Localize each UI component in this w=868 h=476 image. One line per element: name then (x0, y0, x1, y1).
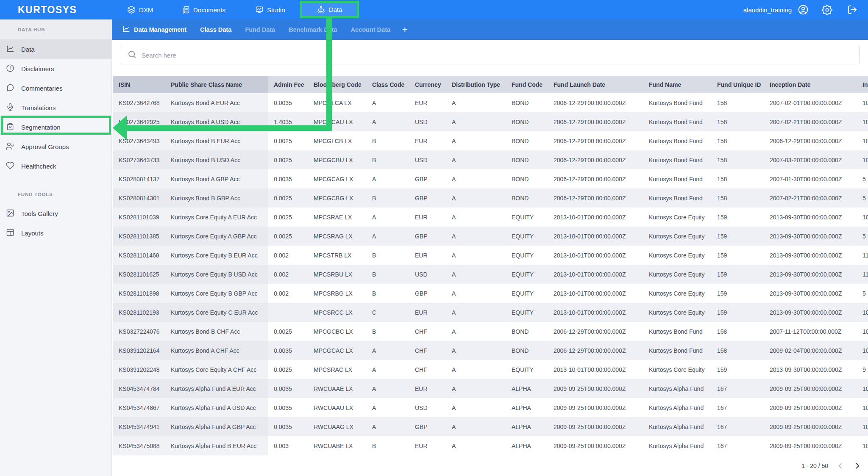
sidebar-item-label: Commentaries (21, 85, 63, 92)
table-row[interactable]: KS0281101898Kurtosys Core Equity B GBP A… (113, 284, 868, 303)
sidebar-item-healthcheck[interactable]: Healthcheck (0, 156, 111, 176)
column-header[interactable]: Public Share Class Name (165, 76, 268, 93)
table-cell: 2013-09-30T00:00:00.000Z (764, 303, 857, 322)
table-cell: KS0280814137 (113, 169, 165, 188)
table-cell: USD (409, 398, 446, 417)
table-cell: MPCSRBG LX (308, 284, 366, 303)
gear-icon[interactable] (821, 3, 833, 16)
search-input[interactable] (142, 52, 859, 59)
table-cell: 2006-12-29T00:00:00.000Z (548, 150, 643, 169)
table-cell: KS0281101625 (113, 265, 165, 284)
table-row[interactable]: KS0327224076Kurtosys Bond B CHF Acc0.002… (113, 322, 868, 341)
user-check-icon (6, 142, 14, 152)
tab-account-data[interactable]: Account Data (351, 19, 390, 40)
column-header[interactable]: Fund Code (506, 76, 548, 93)
table-row[interactable]: KS0281101039Kurtosys Core Equity A EUR A… (113, 208, 868, 227)
nav-item-documents[interactable]: Documents (181, 0, 225, 19)
main-content: ISINPublic Share Class NameAdmin FeeBloo… (112, 40, 868, 476)
add-tab-button[interactable]: + (402, 25, 407, 35)
chevron-left-icon[interactable] (836, 461, 845, 470)
table-cell: 167 (711, 379, 764, 398)
table-row[interactable]: KS0281102193Kurtosys Core Equity C EUR A… (113, 303, 868, 322)
column-header[interactable]: Fund Launch Date (548, 76, 643, 93)
tab-label: Data Management (134, 26, 186, 33)
column-header[interactable]: Fund Name (643, 76, 711, 93)
pagination-bar: 1 - 20 / 50 (112, 455, 868, 476)
column-header[interactable]: In (857, 76, 868, 93)
sidebar-item-commentaries[interactable]: Commentaries (0, 78, 111, 98)
chevron-right-icon[interactable] (853, 461, 862, 470)
column-header[interactable]: ISIN (113, 76, 165, 93)
sidebar-item-disclaimers[interactable]: Disclaimers (0, 59, 111, 78)
table-cell: 2009-09-25T00:00:00.000Z (548, 436, 643, 455)
sidebar-item-layouts[interactable]: Layouts (0, 223, 111, 243)
table-cell: CHF (409, 341, 446, 360)
table-cell: KS0327224076 (113, 322, 165, 341)
tab-fund-data[interactable]: Fund Data (245, 19, 275, 40)
table-row[interactable]: KS0453474784Kurtosys Alpha Fund A EUR Ac… (113, 379, 868, 398)
table-cell: B (366, 436, 409, 455)
sidebar-item-approval-groups[interactable]: Approval Groups (0, 137, 111, 156)
table-row[interactable]: KS0280814137Kurtosys Bond A GBP Acc0.003… (113, 169, 868, 188)
documents-icon (181, 6, 190, 14)
logout-icon[interactable] (846, 3, 859, 16)
nav-item-data[interactable]: Data (300, 1, 358, 18)
table-cell: Kurtosys Core Equity (643, 246, 711, 265)
table-row[interactable]: KS0273642925Kurtosys Bond A USD Acc1.403… (113, 112, 868, 131)
table-cell: 2013-09-30T00:00:00.000Z (764, 246, 857, 265)
table-row[interactable]: KS0281101625Kurtosys Core Equity B USD A… (113, 265, 868, 284)
search-box[interactable] (121, 46, 860, 64)
tab-label: Class Data (200, 26, 231, 33)
username-label[interactable]: alauddin_training (743, 6, 792, 14)
table-row[interactable]: KS0273642768Kurtosys Bond A EUR Acc0.003… (113, 93, 868, 112)
table-cell: Kurtosys Core Equity A EUR Acc (165, 208, 268, 227)
table-cell: 167 (711, 417, 764, 436)
sidebar-item-data[interactable]: Data (0, 39, 111, 59)
tab-data-management[interactable]: Data Management (122, 19, 186, 40)
table-row[interactable]: KS0453475088Kurtosys Alpha Fund B EUR Ac… (113, 436, 868, 455)
table-cell: EUR (409, 436, 446, 455)
table-cell: Kurtosys Core Equity (643, 303, 711, 322)
column-header[interactable]: Currency (409, 76, 446, 93)
table-cell: 159 (711, 227, 764, 246)
table-cell: A (446, 284, 506, 303)
table-cell: Kurtosys Bond Fund (643, 131, 711, 150)
sidebar-item-translations[interactable]: Translations (0, 98, 111, 117)
table-row[interactable]: KS0273643493Kurtosys Bond B EUR Acc0.002… (113, 131, 868, 150)
table-cell: Kurtosys Core Equity B USD Acc (165, 265, 268, 284)
table-cell: 2006-12-29T00:00:00.000Z (764, 131, 857, 150)
table-cell: GBP (409, 188, 446, 208)
table-cell: MPCGLCA LX (308, 93, 366, 112)
table-row[interactable]: KS0280814301Kurtosys Bond B GBP Acc0.002… (113, 188, 868, 208)
table-row[interactable]: KS0281101385Kurtosys Core Equity A GBP A… (113, 227, 868, 246)
table-cell: 159 (711, 208, 764, 227)
nav-item-studio[interactable]: Studio (255, 0, 285, 19)
nav-item-dxm[interactable]: DXM (127, 0, 153, 19)
sidebar-item-segmentation[interactable]: Segmentation (0, 117, 111, 137)
sidebar-item-tools-gallery[interactable]: Tools Gallery (0, 204, 111, 223)
table-cell: BOND (506, 322, 548, 341)
tab-class-data[interactable]: Class Data (200, 19, 231, 40)
table-row[interactable]: KS0391202248Kurtosys Core Equity A CHF A… (113, 360, 868, 379)
table-cell: BOND (506, 150, 548, 169)
column-header[interactable]: Fund Unique ID (711, 76, 764, 93)
table-row[interactable]: KS0453474941Kurtosys Alpha Fund A GBP Ac… (113, 417, 868, 436)
column-header[interactable]: Inception Date (764, 76, 857, 93)
table-row[interactable]: KS0273643733Kurtosys Bond B USD Acc0.002… (113, 150, 868, 169)
table-row[interactable]: KS0453474867Kurtosys Alpha Fund A USD Ac… (113, 398, 868, 417)
column-header[interactable]: Bloomberg Code (308, 76, 366, 93)
table-cell: Kurtosys Core Equity C EUR Acc (165, 303, 268, 322)
table-cell: RWCUAAU LX (308, 398, 366, 417)
tab-benchmark-data[interactable]: Benchmark Data (289, 19, 337, 40)
column-header[interactable]: Distribution Type (446, 76, 506, 93)
table-row[interactable]: KS0281101468Kurtosys Core Equity B EUR A… (113, 246, 868, 265)
sidebar-item-label: Segmentation (21, 124, 61, 131)
column-header[interactable]: Class Code (366, 76, 409, 93)
column-header[interactable]: Admin Fee (268, 76, 308, 93)
table-cell: 10 (857, 303, 868, 322)
kurtosys-logo[interactable]: KURTOSYS (18, 0, 77, 19)
user-circle-icon[interactable] (797, 3, 810, 16)
table-cell: EUR (409, 131, 446, 150)
table-cell: Kurtosys Alpha Fund B EUR Acc (165, 436, 268, 455)
table-row[interactable]: KS0391202164Kurtosys Bond A CHF Acc0.003… (113, 341, 868, 360)
